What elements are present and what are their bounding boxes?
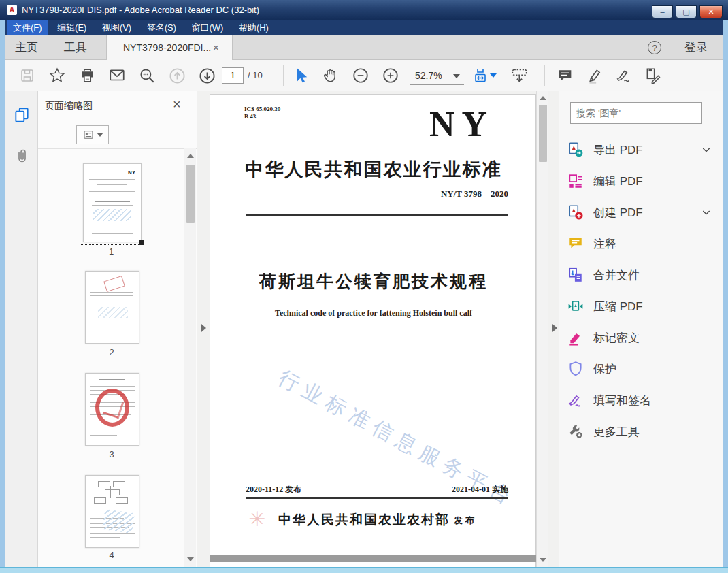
tool-more-tools[interactable]: 更多工具 <box>567 418 716 445</box>
thumbnail-page-2[interactable] <box>85 271 139 344</box>
panel-divider <box>38 120 197 120</box>
close-button[interactable]: ✕ <box>699 5 723 18</box>
window-title: NYT3798-2020FDIS.pdf - Adobe Acrobat Rea… <box>22 0 259 20</box>
comment-icon <box>557 67 574 84</box>
doc-class-code: B 43 <box>244 113 256 120</box>
tool-protect[interactable]: 保护 <box>567 355 716 382</box>
thumbnail-page-3[interactable] <box>85 373 139 446</box>
panel-close-icon[interactable]: × <box>173 97 181 112</box>
thumbnail-1-preview: NY <box>83 163 142 242</box>
tab-close-icon[interactable]: × <box>213 35 219 60</box>
select-tool-button[interactable] <box>290 60 312 91</box>
panel-title: 页面缩略图 <box>45 100 93 112</box>
search-button[interactable] <box>136 60 158 91</box>
thumbnail-resize-handle[interactable] <box>139 240 144 245</box>
fit-width-button[interactable] <box>472 60 497 91</box>
star-icon <box>48 67 66 84</box>
document-scrollbar-thumb[interactable] <box>539 105 547 162</box>
tool-redact[interactable]: 标记密文 <box>567 324 716 351</box>
scroll-down-icon[interactable] <box>187 557 194 561</box>
chevron-down-icon[interactable] <box>701 144 712 155</box>
red-seal <box>95 389 129 427</box>
search-icon <box>138 67 156 84</box>
tab-tools[interactable]: 工具 <box>64 35 87 60</box>
menu-view[interactable]: 视图(V) <box>96 20 137 35</box>
menu-window[interactable]: 窗口(W) <box>185 20 229 35</box>
stamp-button[interactable] <box>642 60 664 91</box>
email-icon <box>108 67 126 84</box>
email-button[interactable] <box>106 60 128 91</box>
left-panel-collapse-handle[interactable] <box>201 324 206 332</box>
pdf-page-2-top <box>210 562 536 567</box>
menu-help[interactable]: 帮助(H) <box>233 20 275 35</box>
tool-comment[interactable]: 注释 <box>567 230 716 257</box>
create-pdf-icon <box>567 204 584 220</box>
thumbnail-page-1[interactable]: NY <box>80 161 144 245</box>
doc-standard-number: NY/T 3798—2020 <box>372 189 508 199</box>
toolbar-separator <box>283 65 284 86</box>
main-toolbar: 1 / 10 52.7% <box>5 60 723 91</box>
menu-edit[interactable]: 编辑(E) <box>51 20 93 35</box>
thumbnails-scrollbar-thumb[interactable] <box>186 165 195 223</box>
previous-page-button[interactable] <box>166 60 188 91</box>
doc-issue-date: 2020-11-12 发布 <box>246 484 301 495</box>
help-icon[interactable]: ? <box>648 41 661 54</box>
document-pencil-icon <box>644 67 662 84</box>
minimize-button[interactable]: – <box>652 5 673 18</box>
tool-compress-pdf[interactable]: 压缩 PDF <box>567 293 716 320</box>
tool-label: 标记密文 <box>593 330 640 346</box>
tool-fill-sign[interactable]: 填写和签名 <box>567 387 716 414</box>
zoom-in-button[interactable] <box>380 60 401 91</box>
zoom-level-dropdown[interactable]: 52.7% <box>410 67 464 85</box>
doc-implement-date: 2021-04-01 实施 <box>372 484 508 495</box>
thumbnail-options-button[interactable] <box>76 125 109 144</box>
page-number-input[interactable]: 1 <box>222 67 244 84</box>
tool-label: 合并文件 <box>593 267 640 283</box>
menu-sign[interactable]: 签名(S) <box>141 20 182 35</box>
export-pdf-icon <box>567 142 584 158</box>
tools-search-input[interactable] <box>570 102 702 124</box>
document-scrollbar[interactable] <box>536 91 548 567</box>
save-button[interactable] <box>16 60 38 91</box>
scroll-up-icon[interactable] <box>187 154 194 158</box>
tool-create-pdf[interactable]: 创建 PDF <box>567 199 716 226</box>
attachments-rail-button[interactable] <box>14 147 30 167</box>
tool-label: 保护 <box>593 361 616 377</box>
doc-standard-heading: 中华人民共和国农业行业标准 <box>237 157 510 182</box>
doc-ny-logo: NY <box>429 104 494 144</box>
sign-button[interactable] <box>613 60 635 91</box>
menu-file[interactable]: 文件(F) <box>7 20 48 35</box>
tool-edit-pdf[interactable]: 编辑 PDF <box>567 167 716 195</box>
doc-publisher: 中华人民共和国农业农村部 <box>278 511 450 529</box>
star-button[interactable] <box>46 60 68 91</box>
tool-label: 注释 <box>593 236 616 252</box>
doc-rule-bottom <box>246 497 508 499</box>
save-icon <box>19 67 35 84</box>
maximize-button[interactable]: ▢ <box>676 5 697 18</box>
right-panel-collapse-handle[interactable] <box>552 324 557 332</box>
hand-tool-button[interactable] <box>320 60 342 91</box>
zoom-out-button[interactable] <box>350 60 371 91</box>
tool-combine-files[interactable]: 合并文件 <box>567 261 716 289</box>
login-button[interactable]: 登录 <box>684 35 708 60</box>
scroll-up-icon[interactable] <box>540 96 546 100</box>
doc-title-cn: 荷斯坦牛公犊育肥技术规程 <box>237 270 510 293</box>
tab-home[interactable]: 主页 <box>15 35 38 60</box>
chevron-down-icon[interactable] <box>701 207 712 218</box>
tools-panel: 导出 PDF 编辑 PDF 创建 PDF 注释 合并文件 压缩 PDF 标记密文 <box>559 91 723 567</box>
highlight-button[interactable] <box>584 60 606 91</box>
tab-document[interactable]: NYT3798-2020FDI... × <box>106 35 233 60</box>
reading-mode-button[interactable] <box>508 60 531 91</box>
print-button[interactable] <box>76 60 98 91</box>
redact-icon <box>567 329 584 346</box>
next-page-button[interactable] <box>196 60 218 91</box>
comment-button[interactable] <box>554 60 576 91</box>
pdf-app-icon: A <box>7 5 17 15</box>
scroll-down-icon[interactable] <box>540 558 546 562</box>
window-border-bottom <box>0 567 728 573</box>
menu-bar: 文件(F) 编辑(E) 视图(V) 签名(S) 窗口(W) 帮助(H) <box>0 20 728 35</box>
thumbnail-page-4[interactable] <box>85 475 139 548</box>
page-thumbnails-rail-button[interactable] <box>13 106 31 127</box>
tool-export-pdf[interactable]: 导出 PDF <box>567 136 716 163</box>
thumbnails-scrollbar[interactable] <box>184 148 196 567</box>
